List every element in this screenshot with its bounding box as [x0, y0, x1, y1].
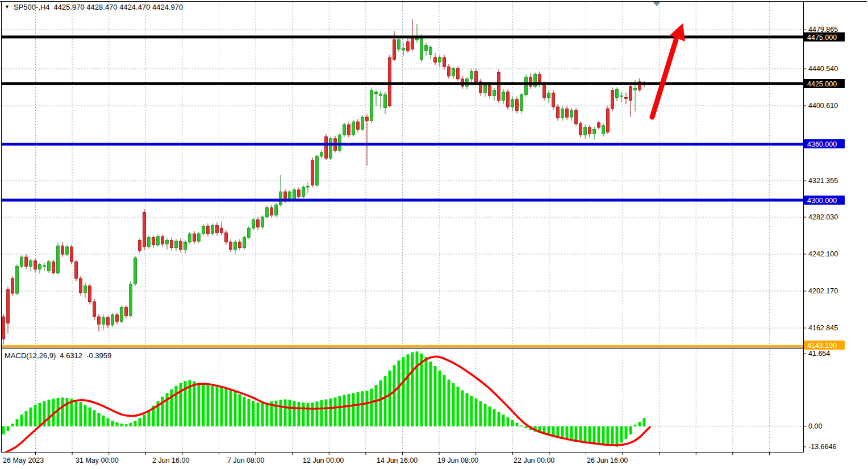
chart-title: ▼ SP500-,H4 4425.970 4428.470 4424.470 4… [5, 3, 183, 11]
price-tick-label: 4321.355 [808, 177, 838, 185]
time-tick-label: 31 May 00:00 [76, 456, 119, 464]
level-line-4360[interactable] [2, 143, 803, 146]
macd-signal-value: -0.3959 [86, 351, 111, 360]
time-tick-label: 19 Jun 08:00 [437, 456, 478, 464]
price-tick-label: 4162.845 [808, 324, 838, 332]
time-axis[interactable]: 26 May 202331 May 00:002 Jun 16:007 Jun … [3, 453, 770, 464]
collapse-triangle-icon[interactable]: ▼ [5, 5, 10, 10]
price-tick-label: 4400.610 [808, 102, 838, 110]
price-axis[interactable]: 4479.8654440.5404400.6104321.3554282.030… [803, 26, 845, 451]
price-tick-label: 4282.030 [808, 213, 838, 221]
time-tick-label: 7 Jun 08:00 [227, 456, 264, 464]
macd-name: MACD(12,26,9) [5, 351, 56, 360]
chart-window: 4479.8654440.5404400.6104321.3554282.030… [0, 0, 868, 469]
price-tick-label: 4440.540 [808, 65, 838, 73]
price-tick-label: 4242.100 [808, 250, 838, 258]
time-tick-label: 12 Jun 00:00 [303, 456, 344, 464]
macd-main-value: 4.6312 [60, 351, 82, 360]
macd-scale-label: 0.00 [808, 422, 822, 430]
time-tick-label: 14 Jun 16:00 [377, 456, 418, 464]
time-tick-label: 26 May 2023 [3, 456, 44, 464]
symbol-timeframe-label: SP500-,H4 [14, 3, 50, 11]
level-line-4425[interactable] [2, 82, 803, 85]
price-line-badge-label: 4475.000 [807, 34, 837, 41]
price-line-badge-label: 4143.190 [807, 342, 837, 350]
price-tick-label: 4202.170 [808, 287, 838, 295]
level-line-4300[interactable] [2, 199, 803, 202]
ohlc-values: 4425.970 4428.470 4424.470 4424.970 [54, 3, 183, 11]
price-line-badge-label: 4425.000 [807, 80, 837, 88]
price-line-badge-label: 4360.000 [807, 140, 837, 148]
macd-scale-label: -13.6646 [808, 443, 836, 451]
chart-canvas[interactable]: 4479.8654440.5404400.6104321.3554282.030… [0, 0, 868, 469]
macd-scale-label: 41.654 [808, 350, 830, 358]
macd-indicator-label: MACD(12,26,9) 4.6312 -0.3959 [5, 351, 111, 360]
time-tick-label: 2 Jun 16:00 [152, 456, 189, 464]
price-line-badge-label: 4300.000 [807, 197, 837, 205]
time-tick-label: 26 Jun 16:00 [587, 456, 628, 464]
price-tick-label: 4479.865 [808, 26, 838, 34]
time-tick-label: 22 Jun 00:00 [514, 456, 554, 464]
